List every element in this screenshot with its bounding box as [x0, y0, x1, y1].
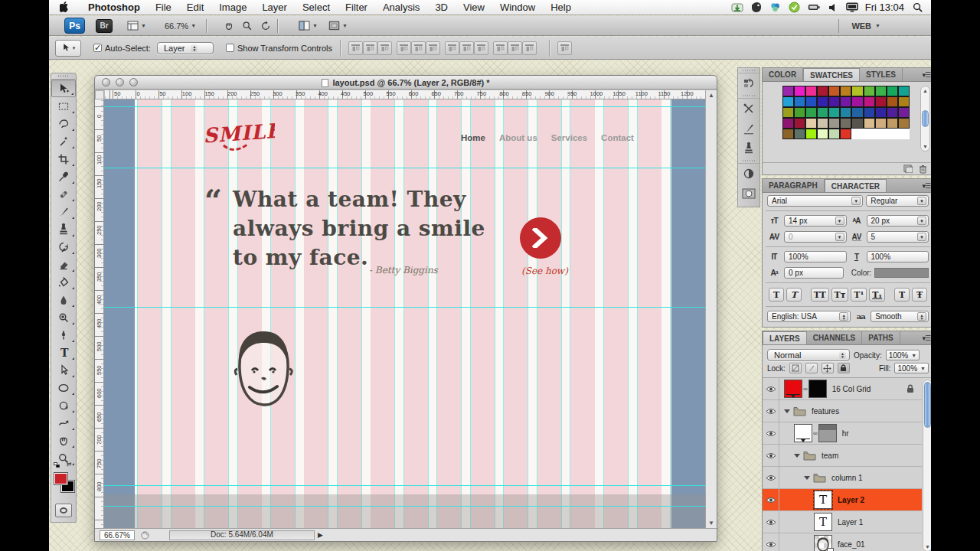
move-tool[interactable]	[51, 80, 76, 97]
path-selection-tool[interactable]	[51, 361, 76, 379]
clone-source-icon[interactable]	[738, 139, 760, 158]
panel-grip[interactable]	[51, 73, 76, 80]
tool-presets-icon[interactable]	[738, 99, 760, 119]
foreground-color-swatch[interactable]	[54, 473, 67, 484]
panel-grip[interactable]	[738, 158, 760, 164]
color-swatch[interactable]	[875, 107, 887, 118]
color-swatch[interactable]	[875, 86, 887, 96]
menu-photoshop[interactable]: Photoshop	[80, 0, 148, 15]
color-swatch[interactable]	[817, 96, 828, 107]
photoshop-app-icon[interactable]: Ps	[64, 18, 85, 34]
color-swatch[interactable]	[782, 86, 794, 96]
horizontal-scale-field[interactable]: 100%	[867, 251, 929, 262]
show-transform-checkbox[interactable]	[226, 44, 234, 52]
strikethrough-button[interactable]: Ŧ	[912, 288, 927, 302]
layer-row-team[interactable]: team	[763, 445, 922, 467]
text-layer-thumbnail[interactable]: T	[814, 513, 832, 531]
history-brush-tool[interactable]	[51, 238, 76, 256]
color-swatch[interactable]	[782, 96, 794, 107]
layer-mask-thumbnail[interactable]	[808, 380, 827, 398]
superscript-button[interactable]: T¹	[851, 288, 867, 302]
layer-thumbnail[interactable]	[784, 380, 802, 398]
scroll-up-icon[interactable]: ▲	[708, 92, 714, 99]
panel-menu-icon[interactable]: ▾☰	[922, 182, 930, 190]
vertical-scrollbar[interactable]: ▲ ▼	[705, 90, 717, 528]
color-swatch[interactable]	[887, 107, 898, 118]
vertical-scale-field[interactable]: 100%	[784, 251, 847, 262]
visibility-eye-icon[interactable]	[763, 422, 779, 444]
expand-triangle-icon[interactable]	[784, 409, 790, 413]
panel-menu-icon[interactable]: ▾☰	[922, 334, 930, 342]
align-left-edges[interactable]	[397, 41, 411, 55]
auto-align-layers[interactable]	[557, 41, 572, 55]
color-swatch[interactable]	[782, 118, 794, 129]
color-swatch[interactable]	[805, 129, 817, 139]
nav-about-us[interactable]: About us	[499, 133, 537, 142]
scroll-down-icon[interactable]: ▼	[923, 144, 928, 149]
quick-mask-button[interactable]	[55, 504, 72, 517]
distribute-vertical-centers[interactable]	[459, 41, 474, 55]
color-swatch[interactable]	[887, 86, 898, 96]
see-how-button[interactable]	[520, 217, 561, 259]
menu-image[interactable]: Image	[211, 0, 254, 15]
blend-mode-dropdown[interactable]: Normal ▲▼	[767, 349, 850, 361]
menu-file[interactable]: File	[148, 0, 179, 15]
see-how-label[interactable]: (See how)	[521, 266, 568, 276]
horizontal-ruler[interactable]: 5005010015020025030035040045050055060065…	[104, 90, 705, 99]
text-color-swatch[interactable]	[874, 268, 929, 278]
visibility-eye-icon[interactable]	[763, 378, 779, 399]
color-swatch[interactable]	[840, 118, 851, 129]
default-colors-icon[interactable]	[54, 462, 61, 468]
layer-row-16-col-grid[interactable]: ∞16 Col Grid	[763, 378, 922, 400]
layer-row-column-1[interactable]: column 1	[763, 467, 922, 489]
leading-field[interactable]: 20 px▼	[867, 215, 929, 227]
scroll-up-icon[interactable]: ▲	[923, 88, 928, 93]
distribute-top-edges[interactable]	[445, 41, 459, 55]
masks-icon[interactable]	[738, 184, 760, 204]
distribute-left-edges[interactable]	[493, 41, 508, 55]
color-swatch[interactable]	[851, 118, 863, 129]
color-swatch[interactable]	[875, 96, 887, 107]
align-horizontal-centers[interactable]	[411, 41, 426, 55]
menu-view[interactable]: View	[456, 0, 492, 15]
color-swatch[interactable]	[864, 118, 875, 129]
menu-3d[interactable]: 3D	[427, 0, 456, 15]
layer-mask-thumbnail[interactable]	[818, 424, 837, 442]
faux-italic-button[interactable]: T	[786, 288, 802, 302]
align-vertical-centers[interactable]	[363, 41, 377, 55]
layer-row-hr[interactable]: ∞hr	[763, 422, 922, 445]
color-swatch[interactable]	[898, 107, 910, 118]
rectangular-marquee-tool[interactable]	[51, 97, 76, 115]
smart-object-thumbnail[interactable]	[814, 535, 832, 551]
lock-move-icon[interactable]	[822, 363, 834, 373]
visibility-eye-icon[interactable]	[763, 533, 779, 551]
underline-button[interactable]: T	[894, 288, 910, 302]
3d-rotate-tool[interactable]	[51, 396, 76, 414]
swatches-tab-swatches[interactable]: SWATCHES	[803, 68, 860, 81]
status-menu-arrow-icon[interactable]: ▶	[318, 531, 323, 539]
color-swatch[interactable]	[840, 107, 851, 118]
layer-row-features[interactable]: features	[763, 400, 922, 422]
battery-icon[interactable]	[808, 2, 820, 14]
distribute-bottom-edges[interactable]	[474, 41, 488, 55]
evernote-icon[interactable]	[750, 2, 763, 14]
new-swatch-icon[interactable]	[903, 165, 913, 173]
spotlight-search-icon[interactable]	[911, 2, 923, 14]
eyedropper-tool[interactable]	[51, 168, 76, 185]
brush-tool[interactable]	[51, 203, 76, 220]
color-swatch[interactable]	[794, 96, 805, 107]
clone-stamp-tool[interactable]	[51, 220, 76, 238]
color-swatch[interactable]	[840, 129, 851, 139]
align-top-edges[interactable]	[348, 41, 363, 55]
color-swatch[interactable]	[828, 118, 840, 129]
hand-tool-icon[interactable]	[224, 21, 234, 31]
color-swatch[interactable]	[782, 107, 794, 118]
all-caps-button[interactable]: TT	[811, 288, 829, 302]
zoom-level-dropdown[interactable]: 66.7% ▼	[161, 20, 200, 32]
layer-thumbnail[interactable]	[794, 424, 812, 442]
color-swatch[interactable]	[898, 96, 910, 107]
nav-contact[interactable]: Contact	[601, 133, 634, 142]
tool-preset-picker[interactable]: ▾	[55, 40, 81, 57]
adjustments-icon[interactable]	[738, 164, 760, 184]
swatches-scrollbar[interactable]: ▲ ▼	[920, 86, 930, 152]
